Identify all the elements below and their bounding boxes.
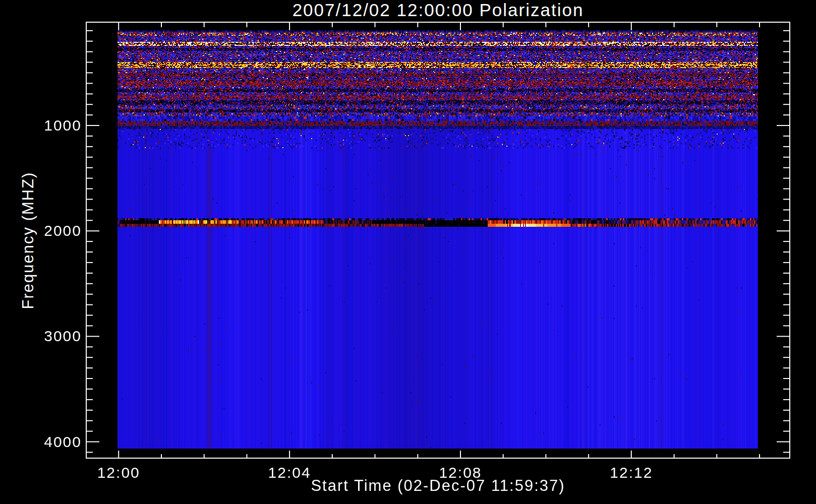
y-tick-label: 1000 bbox=[26, 117, 82, 134]
plot-frame-axes bbox=[0, 0, 816, 504]
y-tick-label: 2000 bbox=[26, 222, 82, 239]
y-tick-label: 4000 bbox=[26, 433, 82, 451]
spectrogram-page: 2007/12/02 12:00:00 Polarization Frequen… bbox=[0, 0, 816, 504]
x-axis-label: Start Time (02-Dec-07 11:59:37) bbox=[86, 477, 790, 495]
y-tick-label: 3000 bbox=[26, 328, 82, 345]
